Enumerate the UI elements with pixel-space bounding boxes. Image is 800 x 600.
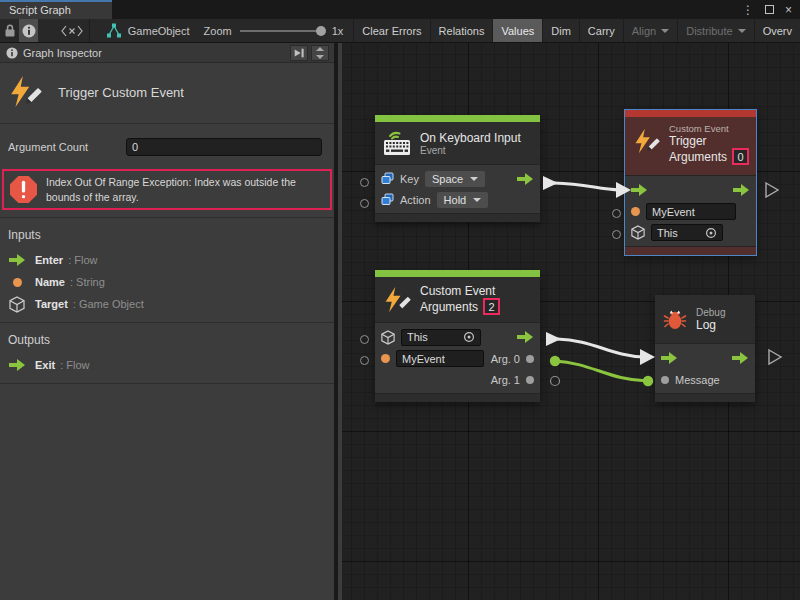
graph-inspector-panel: Graph Inspector Trigger Custom Event Arg… bbox=[0, 43, 338, 600]
string-port-icon bbox=[13, 278, 22, 287]
arg0-port[interactable] bbox=[526, 355, 534, 363]
node-footer bbox=[625, 246, 756, 255]
arguments-label: Arguments bbox=[420, 300, 478, 314]
maximize-icon[interactable] bbox=[765, 5, 774, 14]
values-button[interactable]: Values bbox=[492, 19, 542, 43]
key-label: Key bbox=[400, 173, 419, 185]
key-input-icon bbox=[381, 193, 394, 206]
argument-count-label: Argument Count bbox=[8, 141, 126, 153]
node-body: This MyEvent Arg. 0 Arg. 1 bbox=[375, 322, 540, 393]
menu-icon[interactable]: ⋮ bbox=[742, 4, 754, 16]
clear-errors-button[interactable]: Clear Errors bbox=[353, 19, 429, 43]
node-body: MyEvent This bbox=[625, 175, 756, 246]
arguments-value-error[interactable]: 0 bbox=[732, 148, 749, 165]
gameobject-cube-icon bbox=[381, 330, 395, 345]
zoom-control: Zoom 1x bbox=[204, 25, 352, 37]
key-value-port[interactable] bbox=[360, 178, 369, 187]
info-icon bbox=[6, 47, 18, 59]
input-item-name: Name: String bbox=[0, 271, 334, 293]
target-field[interactable]: This bbox=[401, 329, 481, 346]
node-custom-event[interactable]: Custom Event Arguments 2 This MyEvent Ar… bbox=[375, 270, 540, 402]
code-icon[interactable] bbox=[54, 19, 89, 43]
gameobject-reference[interactable]: GameObject bbox=[90, 23, 204, 38]
node-color-bar bbox=[375, 115, 540, 122]
node-category: Debug bbox=[696, 307, 725, 318]
window-controls: ⋮ × bbox=[742, 0, 792, 19]
key-dropdown[interactable]: Space bbox=[425, 171, 485, 187]
event-name-field[interactable]: MyEvent bbox=[396, 350, 484, 367]
node-footer bbox=[375, 393, 540, 402]
node-on-keyboard-input[interactable]: On Keyboard Input Event Key Space Action… bbox=[375, 115, 540, 222]
trigger-target-port[interactable] bbox=[612, 230, 621, 239]
target-field[interactable]: This bbox=[651, 224, 723, 241]
carry-button[interactable]: Carry bbox=[579, 19, 623, 43]
keyboard-icon bbox=[383, 130, 411, 156]
distribute-dropdown[interactable]: Distribute bbox=[677, 19, 753, 43]
action-label: Action bbox=[400, 194, 431, 206]
unit-title-block: Trigger Custom Event bbox=[0, 63, 334, 124]
dim-button[interactable]: Dim bbox=[542, 19, 579, 43]
custom-event-icon bbox=[8, 75, 42, 109]
tab-script-graph[interactable]: Script Graph bbox=[0, 0, 112, 19]
flow-out-port[interactable] bbox=[517, 173, 534, 185]
event-name-field[interactable]: MyEvent bbox=[646, 203, 736, 220]
dock-panel-button[interactable] bbox=[290, 45, 308, 61]
action-value-port[interactable] bbox=[360, 199, 369, 208]
node-footer bbox=[655, 393, 755, 402]
node-color-bar bbox=[375, 270, 540, 277]
custom-event-target-port[interactable] bbox=[360, 335, 369, 344]
node-error-bar bbox=[625, 110, 756, 117]
key-input-icon bbox=[381, 172, 394, 185]
node-category: Custom Event bbox=[669, 123, 749, 134]
zoom-slider-knob[interactable] bbox=[316, 26, 326, 36]
inputs-header: Inputs bbox=[0, 218, 334, 249]
gameobject-cube-icon bbox=[631, 225, 645, 240]
argument-count-input[interactable]: 0 bbox=[126, 138, 322, 156]
zoom-slider[interactable] bbox=[240, 30, 324, 32]
arguments-label: Arguments bbox=[669, 150, 727, 164]
node-header: Custom Event Arguments 2 bbox=[375, 277, 540, 322]
zoom-label: Zoom bbox=[204, 25, 232, 37]
overview-button[interactable]: Overv bbox=[754, 19, 800, 43]
input-item-enter: Enter: Flow bbox=[0, 249, 334, 271]
node-header: On Keyboard Input Event bbox=[375, 122, 540, 164]
flow-out-port[interactable] bbox=[732, 352, 749, 364]
chevron-down-icon bbox=[470, 177, 478, 181]
target-picker-icon[interactable] bbox=[705, 227, 717, 239]
flow-arrow-icon bbox=[9, 254, 26, 266]
arg0-label: Arg. 0 bbox=[491, 353, 520, 365]
flow-out-port[interactable] bbox=[733, 184, 750, 196]
arg1-port[interactable] bbox=[526, 376, 534, 384]
divider bbox=[0, 383, 334, 384]
node-title: On Keyboard Input bbox=[420, 131, 521, 145]
flow-arrow-icon bbox=[9, 359, 26, 371]
flow-out-port[interactable] bbox=[517, 331, 534, 343]
chevron-down-icon bbox=[661, 29, 669, 33]
panel-spinner[interactable] bbox=[311, 45, 329, 61]
flow-in-port[interactable] bbox=[661, 352, 678, 364]
node-footer bbox=[375, 213, 540, 222]
graph-toolbar: GameObject Zoom 1x Clear Errors Relation… bbox=[0, 19, 800, 43]
arguments-value-error[interactable]: 2 bbox=[483, 298, 500, 315]
align-dropdown[interactable]: Align bbox=[623, 19, 677, 43]
trigger-name-port[interactable] bbox=[612, 209, 621, 218]
output-item-exit: Exit: Flow bbox=[0, 354, 334, 376]
input-item-target: Target: Game Object bbox=[0, 293, 334, 315]
error-message-box: Index Out Of Range Exception: Index was … bbox=[2, 169, 332, 210]
chevron-down-icon bbox=[738, 29, 746, 33]
relations-button[interactable]: Relations bbox=[430, 19, 493, 43]
node-title: Custom Event bbox=[420, 284, 500, 298]
action-dropdown[interactable]: Hold bbox=[437, 192, 489, 208]
message-port-icon[interactable] bbox=[661, 376, 669, 384]
chevron-down-icon bbox=[473, 198, 481, 202]
node-debug-log[interactable]: Debug Log Message bbox=[655, 295, 755, 402]
page-title: Trigger Custom Event bbox=[58, 85, 184, 100]
close-icon[interactable]: × bbox=[785, 4, 792, 16]
target-picker-icon[interactable] bbox=[463, 331, 475, 343]
node-trigger-custom-event[interactable]: Custom Event Trigger Arguments 0 MyEvent… bbox=[625, 110, 756, 255]
node-header: Debug Log bbox=[655, 295, 755, 343]
flow-in-port[interactable] bbox=[631, 184, 648, 196]
custom-event-name-port[interactable] bbox=[360, 356, 369, 365]
inspector-toggle-button[interactable] bbox=[19, 19, 38, 43]
lock-icon[interactable] bbox=[0, 19, 19, 43]
